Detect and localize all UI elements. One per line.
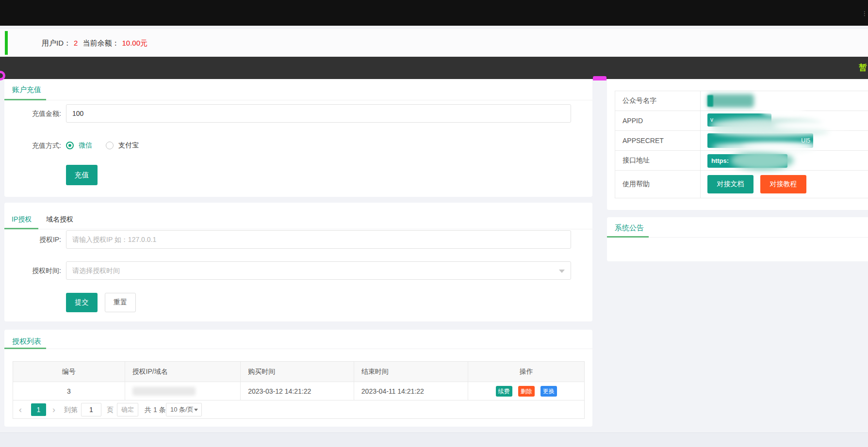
marquee-text: 暂	[859, 57, 867, 79]
header-buy-time: 购买时间	[241, 362, 354, 382]
help-value: 对接文档 对接教程	[701, 171, 868, 198]
alipay-radio[interactable]	[106, 142, 114, 149]
auth-time-placeholder: 请选择授权时间	[72, 267, 120, 274]
total-count-label: 共 1 条	[145, 400, 166, 419]
divider	[4, 100, 592, 100]
divider	[4, 349, 592, 349]
cell-ip-domain	[125, 382, 241, 400]
submit-button[interactable]: 提交	[66, 293, 98, 312]
info-row-name: 公众号名字	[615, 91, 868, 111]
info-row-help: 使用帮助 对接文档 对接教程	[615, 171, 868, 198]
cell-buy-time: 2023-03-12 14:21:22	[241, 382, 354, 400]
cell-id: 3	[13, 382, 125, 400]
table-row: 3 2023-03-12 14:21:22 2023-04-11 14:21:2…	[13, 382, 584, 400]
user-info-text: 用户ID：2 当前余额：10.00元	[42, 29, 150, 57]
announcement-card: 系统公告	[607, 217, 868, 261]
delete-button[interactable]: 删除	[518, 386, 535, 397]
top-navigation-bar: ⋮	[0, 0, 868, 26]
tab-ip-auth[interactable]: IP授权	[12, 215, 32, 224]
info-row-appsecret: APPSECRET UI5	[615, 131, 868, 151]
cell-actions: 续费 删除 更换	[468, 382, 584, 400]
header-actions: 操作	[468, 362, 584, 382]
recharge-button[interactable]: 充值	[66, 165, 98, 185]
goto-label: 到第	[64, 400, 78, 419]
page-size-label: 10 条/页	[170, 406, 194, 413]
header-id: 编号	[13, 362, 125, 382]
blur-smudge	[742, 143, 819, 151]
auth-ip-label: 授权IP:	[14, 230, 61, 249]
account-info-card: 公众号名字 APPID v APPSECRET UI5	[607, 79, 868, 210]
info-row-api-url: 接口地址 https:	[615, 151, 868, 171]
wechat-radio[interactable]	[66, 142, 74, 149]
alipay-radio-label[interactable]: 支付宝	[118, 141, 139, 150]
header-ip-domain: 授权IP/域名	[125, 362, 241, 382]
api-url-label: 接口地址	[615, 151, 701, 170]
balance-label: 当前余额：	[83, 39, 119, 47]
user-id-value: 2	[74, 39, 78, 47]
balance-value: 10.00元	[122, 39, 148, 47]
appid-label: APPID	[615, 111, 701, 130]
current-page-button[interactable]: 1	[31, 403, 46, 416]
blur-smudge	[731, 151, 794, 170]
cell-end-time: 2023-04-11 14:21:22	[354, 382, 469, 400]
wechat-radio-label[interactable]: 微信	[79, 141, 92, 150]
auth-time-label: 授权时间:	[14, 261, 61, 280]
blur-smudge	[773, 121, 851, 130]
blur-smudge	[761, 108, 805, 116]
help-label: 使用帮助	[615, 171, 701, 198]
pagination-bar: ‹ 1 › 到第 页 确定 共 1 条 10 条/页	[13, 400, 584, 418]
chevron-down-icon	[194, 409, 198, 411]
page-size-select[interactable]: 10 条/页	[166, 403, 202, 416]
redacted-account-name-chip	[707, 95, 713, 107]
recharge-card: 账户充值 充值金额: 充值方式: 微信 支付宝 充值	[4, 79, 592, 197]
amount-input[interactable]	[66, 104, 571, 123]
tab-domain-auth[interactable]: 域名授权	[46, 215, 73, 224]
header-end-time: 结束时间	[354, 362, 469, 382]
topbar-corner-icon[interactable]: ⋮	[862, 10, 868, 17]
notice-marquee-bar: 暂	[0, 57, 868, 79]
green-accent-bar	[5, 31, 8, 55]
table-header-row: 编号 授权IP/域名 购买时间 结束时间 操作	[13, 362, 584, 382]
recharge-title-underline	[4, 99, 46, 100]
account-name-value	[701, 91, 868, 111]
row-actions: 续费 删除 更换	[496, 386, 557, 397]
appsecret-label: APPSECRET	[615, 131, 701, 150]
announcement-title: 系统公告	[615, 224, 644, 233]
chevron-down-icon	[559, 270, 565, 273]
auth-list-title: 授权列表	[12, 337, 41, 346]
method-label: 充值方式:	[14, 136, 61, 155]
auth-time-select[interactable]: 请选择授权时间	[66, 261, 571, 280]
prev-page-icon[interactable]: ‹	[19, 400, 22, 419]
footer-strip	[0, 432, 868, 447]
recharge-card-title: 账户充值	[12, 85, 41, 95]
user-info-bar: 用户ID：2 当前余额：10.00元	[0, 29, 868, 57]
auth-list-underline	[4, 348, 46, 349]
doc-button[interactable]: 对接文档	[707, 175, 753, 193]
ip-auth-card: IP授权 域名授权 授权IP: 授权时间: 请选择授权时间 提交 重置	[4, 203, 592, 321]
amount-label: 充值金额:	[14, 104, 61, 123]
api-url-value: https:	[701, 151, 868, 170]
redacted-ip-value	[132, 387, 196, 396]
announcement-underline	[607, 236, 649, 238]
api-url-prefix: https:	[711, 157, 729, 164]
user-id-label: 用户ID：	[42, 39, 71, 47]
confirm-page-button[interactable]: 确定	[117, 403, 138, 416]
renew-button[interactable]: 续费	[496, 386, 512, 397]
goto-page-input[interactable]	[81, 403, 101, 416]
next-page-icon[interactable]: ›	[52, 400, 55, 419]
divider	[4, 229, 592, 229]
page-unit-label: 页	[107, 400, 114, 419]
auth-ip-input[interactable]	[66, 230, 571, 249]
tab-underline	[4, 228, 38, 229]
replace-button[interactable]: 更换	[540, 386, 557, 397]
page: ⋮ 用户ID：2 当前余额：10.00元 暂 账户充值 充值金额: 充值方式: …	[0, 0, 868, 447]
payment-method-group: 微信 支付宝	[66, 136, 152, 155]
auth-table: 编号 授权IP/域名 购买时间 结束时间 操作 3 2023-03-12 14:…	[13, 361, 585, 419]
auth-list-card: 授权列表 编号 授权IP/域名 购买时间 结束时间 操作 3 2023-03-1…	[4, 330, 592, 427]
redacted-account-name	[707, 94, 754, 108]
account-info-table: 公众号名字 APPID v APPSECRET UI5	[615, 91, 868, 198]
reset-button[interactable]: 重置	[105, 293, 136, 312]
tutorial-button[interactable]: 对接教程	[760, 175, 806, 193]
account-name-label: 公众号名字	[615, 91, 701, 111]
magenta-decoration-right	[593, 76, 606, 80]
